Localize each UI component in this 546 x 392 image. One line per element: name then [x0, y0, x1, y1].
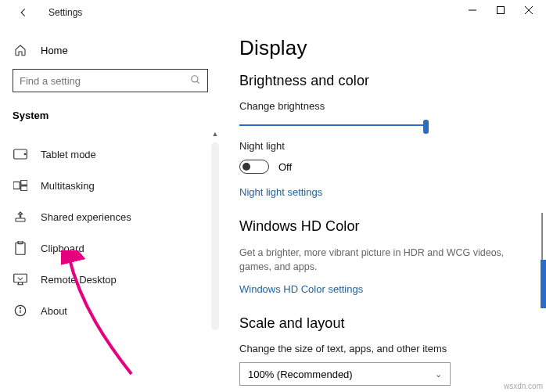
- share-icon: [13, 210, 28, 224]
- page-title: Display: [239, 36, 546, 60]
- svg-point-4: [192, 75, 198, 81]
- back-button[interactable]: [14, 3, 33, 22]
- night-light-toggle[interactable]: [239, 160, 269, 174]
- minimize-icon: [469, 6, 476, 14]
- maximize-button[interactable]: [487, 0, 515, 20]
- scroll-up-icon[interactable]: ▲: [211, 130, 219, 138]
- hd-description: Get a brighter, more vibrant picture in …: [239, 246, 521, 274]
- home-icon: [13, 44, 28, 56]
- night-light-settings-link[interactable]: Night light settings: [239, 186, 322, 198]
- search-input[interactable]: [20, 75, 190, 87]
- slider-rail: [239, 124, 429, 126]
- search-icon: [190, 74, 201, 88]
- watermark: wsxdn.com: [504, 382, 543, 390]
- sidebar-section-header: System: [0, 103, 221, 129]
- toggle-state-label: Off: [278, 161, 292, 173]
- tablet-icon: [13, 147, 28, 161]
- svg-rect-11: [16, 218, 25, 221]
- section-hd-title: Windows HD Color: [239, 218, 546, 235]
- chevron-down-icon: ⌄: [435, 369, 442, 379]
- nav-home[interactable]: Home: [0, 39, 221, 61]
- nav-home-label: Home: [41, 45, 68, 56]
- sidebar: Home System Tablet mode Multitasking: [0, 25, 221, 392]
- scale-select[interactable]: 100% (Recommended) ⌄: [239, 362, 451, 386]
- toggle-knob: [242, 163, 250, 171]
- nav-item-clipboard[interactable]: Clipboard: [0, 232, 221, 264]
- content-scrollbar-thumb[interactable]: [541, 260, 546, 308]
- info-icon: [13, 304, 28, 318]
- close-button[interactable]: [515, 0, 543, 20]
- svg-point-7: [24, 153, 26, 155]
- nav-item-tablet-mode[interactable]: Tablet mode: [0, 138, 221, 170]
- svg-rect-9: [21, 180, 27, 185]
- section-scale-title: Scale and layout: [239, 315, 546, 332]
- close-icon: [525, 6, 533, 14]
- search-box[interactable]: [13, 69, 208, 92]
- svg-rect-10: [21, 186, 27, 191]
- nav-item-label: Shared experiences: [41, 211, 131, 223]
- svg-rect-14: [14, 274, 27, 282]
- clipboard-icon: [13, 241, 28, 255]
- night-light-label: Night light: [239, 140, 546, 152]
- brightness-slider[interactable]: [239, 120, 429, 131]
- svg-rect-8: [13, 182, 20, 189]
- nav-item-label: Multitasking: [41, 180, 95, 192]
- nav-item-label: Remote Desktop: [41, 274, 117, 286]
- change-brightness-label: Change brightness: [239, 100, 546, 112]
- sidebar-scrollbar[interactable]: ▲: [211, 142, 219, 330]
- app-title: Settings: [48, 7, 82, 18]
- window-controls: [458, 0, 543, 20]
- svg-point-17: [20, 307, 20, 308]
- scale-change-label: Change the size of text, apps, and other…: [239, 343, 546, 354]
- scale-selected-value: 100% (Recommended): [248, 369, 353, 380]
- nav-item-label: About: [41, 305, 67, 317]
- nav-item-label: Clipboard: [41, 243, 84, 254]
- nav-list: Tablet mode Multitasking Shared experien…: [0, 138, 221, 326]
- slider-thumb[interactable]: [423, 120, 429, 134]
- hd-settings-link[interactable]: Windows HD Color settings: [239, 283, 363, 295]
- remote-desktop-icon: [13, 272, 28, 286]
- nav-item-about[interactable]: About: [0, 295, 221, 326]
- svg-line-5: [197, 81, 199, 83]
- title-bar: Settings: [0, 0, 546, 25]
- nav-item-shared-experiences[interactable]: Shared experiences: [0, 201, 221, 232]
- nav-item-remote-desktop[interactable]: Remote Desktop: [0, 264, 221, 295]
- multitasking-icon: [13, 178, 28, 192]
- back-arrow-icon: [18, 7, 29, 18]
- content-area: Display Brightness and color Change brig…: [221, 25, 546, 392]
- minimize-button[interactable]: [458, 0, 487, 20]
- nav-item-label: Tablet mode: [41, 149, 96, 160]
- maximize-icon: [497, 6, 505, 14]
- svg-rect-12: [16, 243, 25, 254]
- section-brightness-title: Brightness and color: [239, 73, 546, 89]
- nav-item-multitasking[interactable]: Multitasking: [0, 170, 221, 201]
- svg-rect-1: [498, 7, 505, 14]
